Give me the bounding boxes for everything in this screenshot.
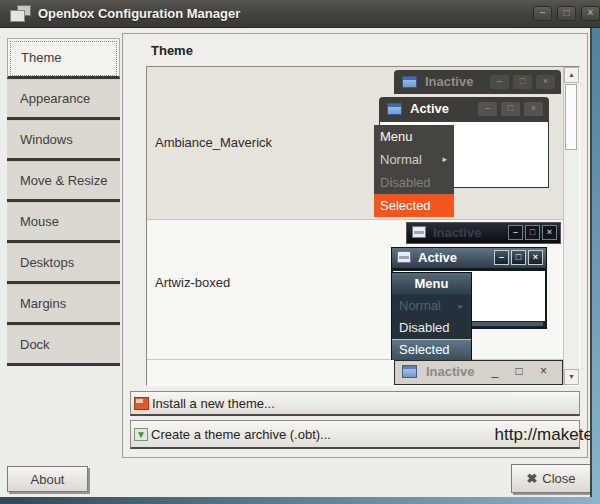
about-button-label: About bbox=[31, 472, 65, 487]
sidebar-tabs: Theme Appearance Windows Move & Resize M… bbox=[7, 38, 120, 366]
scroll-down-icon[interactable]: ▼ bbox=[564, 369, 579, 385]
preview-window-controls: – □ × bbox=[490, 75, 555, 89]
window-title: Openbox Configuration Manager bbox=[38, 6, 240, 21]
preview-inactive-label: Inactive bbox=[433, 225, 481, 240]
preview-menu-item: Disabled bbox=[392, 317, 471, 339]
theme-page-panel: Theme Ambiance_Maverick Inactive – □ × bbox=[122, 33, 588, 458]
scrollbar-thumb[interactable] bbox=[565, 84, 577, 150]
scroll-up-icon[interactable]: ▲ bbox=[564, 67, 579, 83]
minimize-button[interactable]: – bbox=[533, 6, 552, 21]
preview-inactive-label: Inactive bbox=[426, 364, 474, 379]
tab-theme[interactable]: Theme bbox=[7, 38, 120, 79]
theme-row-artwiz-boxed[interactable]: Artwiz-boxed Inactive – □ × bbox=[147, 220, 564, 360]
tab-windows[interactable]: Windows bbox=[7, 120, 120, 161]
preview-close-icon: × bbox=[542, 225, 557, 240]
tab-margins[interactable]: Margins bbox=[7, 284, 120, 325]
preview-window-icon bbox=[402, 76, 417, 88]
watermark-text: http://maketecheasier.com bbox=[373, 422, 600, 448]
theme-name-label: Artwiz-boxed bbox=[155, 275, 230, 290]
app-icon-front-pane bbox=[10, 10, 25, 22]
install-theme-label: Install a new theme... bbox=[152, 396, 275, 411]
theme-list: Ambiance_Maverick Inactive – □ × Active bbox=[146, 66, 580, 386]
install-theme-button[interactable]: Install a new theme... bbox=[130, 391, 580, 416]
preview-menu-item: Menu bbox=[374, 125, 454, 148]
preview-menu-item: Normal ▸ bbox=[392, 295, 471, 317]
preview-window-icon bbox=[387, 103, 402, 115]
desktop-background-right bbox=[592, 28, 600, 497]
preview-maximize-icon: □ bbox=[513, 75, 532, 89]
preview-menu-item: Normal ▸ bbox=[374, 148, 454, 171]
preview-menu-item-label: Normal bbox=[380, 152, 422, 167]
close-window-button[interactable]: × bbox=[581, 6, 600, 21]
preview-active-titlebar: Active – □ × bbox=[379, 97, 549, 122]
preview-menu-item-label: Normal bbox=[399, 298, 441, 313]
preview-menu-item-selected: Selected bbox=[374, 194, 454, 217]
tab-dock[interactable]: Dock bbox=[7, 325, 120, 366]
tab-appearance[interactable]: Appearance bbox=[7, 79, 120, 120]
preview-window-controls: – □ × bbox=[508, 225, 557, 240]
close-x-icon: ✖ bbox=[526, 471, 537, 486]
preview-maximize-icon: □ bbox=[525, 225, 540, 240]
maximize-button[interactable]: □ bbox=[557, 6, 576, 21]
preview-menu: Menu Normal ▸ Disabled Selected bbox=[391, 272, 472, 362]
close-button[interactable]: ✖ Close bbox=[511, 464, 591, 493]
tab-mouse[interactable]: Mouse bbox=[7, 202, 120, 243]
preview-window-icon bbox=[397, 251, 411, 263]
preview-close-icon: × bbox=[536, 75, 555, 89]
install-theme-icon bbox=[134, 397, 149, 410]
theme-row-partial[interactable]: Inactive _ □ × bbox=[147, 360, 564, 385]
preview-active-label: Active bbox=[418, 250, 457, 265]
preview-close-icon: × bbox=[528, 250, 543, 265]
preview-minimize-icon: – bbox=[508, 225, 523, 240]
preview-inactive-titlebar: Inactive _ □ × bbox=[394, 360, 563, 385]
preview-window-controls: – □ × bbox=[478, 102, 543, 116]
preview-minimize-icon: – bbox=[478, 102, 497, 116]
preview-menu-item: Menu bbox=[392, 273, 471, 295]
preview-maximize-icon: □ bbox=[501, 102, 520, 116]
page-title: Theme bbox=[151, 43, 193, 58]
preview-window-icon bbox=[402, 365, 417, 378]
preview-active-titlebar: Active – □ × bbox=[391, 247, 547, 269]
preview-window-icon bbox=[412, 226, 426, 238]
preview-window-controls: _ □ × bbox=[491, 364, 554, 378]
preview-close-icon: × bbox=[524, 102, 543, 116]
tab-move-resize[interactable]: Move & Resize bbox=[7, 161, 120, 202]
preview-window-controls: – □ × bbox=[494, 250, 543, 265]
desktop-background-bottom bbox=[0, 497, 600, 504]
preview-minimize-icon: – bbox=[490, 75, 509, 89]
preview-menu-item-selected: Selected bbox=[392, 339, 471, 361]
submenu-arrow-icon: ▸ bbox=[442, 148, 447, 171]
submenu-arrow-icon: ▸ bbox=[458, 295, 463, 317]
preview-inactive-titlebar: Inactive – □ × bbox=[406, 222, 561, 244]
openbox-config-manager-window: Openbox Configuration Manager – □ × Them… bbox=[0, 0, 600, 504]
tab-desktops[interactable]: Desktops bbox=[7, 243, 120, 284]
preview-menu-item: Disabled bbox=[374, 171, 454, 194]
preview-maximize-icon: □ bbox=[511, 250, 526, 265]
create-archive-label: Create a theme archive (.obt)... bbox=[151, 427, 331, 442]
preview-inactive-titlebar: Inactive – □ × bbox=[394, 70, 561, 94]
preview-minimize-icon: – bbox=[494, 250, 509, 265]
window-titlebar: Openbox Configuration Manager – □ × bbox=[0, 0, 600, 28]
close-button-label: Close bbox=[542, 471, 575, 486]
archive-icon: ▼ bbox=[134, 428, 148, 441]
preview-menu: Menu Normal ▸ Disabled Selected bbox=[374, 125, 454, 217]
theme-list-viewport: Ambiance_Maverick Inactive – □ × Active bbox=[147, 67, 564, 385]
preview-active-label: Active bbox=[410, 101, 449, 116]
theme-row-ambiance-maverick[interactable]: Ambiance_Maverick Inactive – □ × Active bbox=[147, 67, 564, 220]
theme-name-label: Ambiance_Maverick bbox=[155, 135, 272, 150]
about-button[interactable]: About bbox=[7, 466, 88, 492]
preview-inactive-label: Inactive bbox=[425, 74, 473, 89]
window-app-icon bbox=[10, 5, 32, 22]
theme-list-scrollbar: ▲ ▼ bbox=[563, 67, 579, 385]
